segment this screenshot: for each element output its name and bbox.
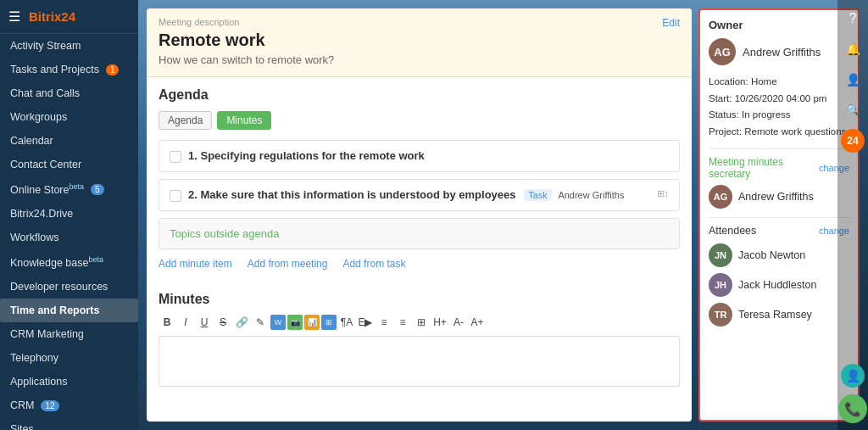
- notification-icon[interactable]: 🔔: [841, 37, 865, 61]
- sidebar-item-knowledge-base[interactable]: Knowledge basebeta: [0, 249, 138, 275]
- strikethrough-button[interactable]: S: [214, 314, 231, 331]
- attendee-3: TR Teresa Ramsey: [709, 303, 849, 327]
- question-icon[interactable]: ?: [841, 7, 865, 31]
- sidebar-item-telephony[interactable]: Telephony: [0, 346, 138, 370]
- sidebar-item-label-7: Bitrix24.Drive: [10, 208, 73, 220]
- color-button[interactable]: ✎: [252, 314, 269, 331]
- sidebar-item-label-5: Contact Center: [10, 159, 81, 170]
- profile-icon[interactable]: 👤: [841, 364, 865, 388]
- owner-name: Andrew Griffiths: [743, 46, 821, 59]
- attendee-2-avatar: JH: [709, 273, 732, 297]
- attendee-3-avatar: TR: [709, 303, 732, 327]
- location-value: Home: [751, 76, 777, 87]
- agenda-item-1-number: 1.: [188, 149, 200, 162]
- sidebar-item-activity-stream[interactable]: Activity Stream: [0, 34, 138, 58]
- checkbox-1[interactable]: [170, 151, 181, 163]
- owner-row: AG Andrew Griffiths: [709, 38, 849, 65]
- start-label: Start:: [709, 93, 732, 103]
- tab-minutes[interactable]: Minutes: [217, 111, 271, 130]
- sidebar-item-calendar[interactable]: Calendar: [0, 129, 138, 153]
- meta-info: Location: Home Start: 10/26/2020 04:00 p…: [709, 74, 849, 140]
- link-button[interactable]: 🔗: [233, 314, 250, 331]
- sidebar-item-crm[interactable]: CRM12: [0, 394, 138, 417]
- sidebar-item-label-0: Activity Stream: [10, 40, 81, 52]
- badge-icon[interactable]: 24: [841, 129, 865, 153]
- attendees-row: Attendees change: [709, 225, 849, 237]
- format-button[interactable]: E▶: [357, 314, 374, 331]
- sidebar-item-crm-marketing[interactable]: CRM Marketing: [0, 322, 138, 346]
- topics-outside: Topics outside agenda: [159, 218, 680, 249]
- font-increase-button[interactable]: A+: [469, 314, 486, 331]
- badge-1: 1: [106, 64, 120, 75]
- edit-button[interactable]: Edit: [662, 17, 680, 29]
- underline-button[interactable]: U: [196, 314, 213, 331]
- tab-agenda[interactable]: Agenda: [159, 111, 212, 130]
- sidebar-item-chat-and-calls[interactable]: Chat and Calls: [0, 81, 138, 105]
- start-value: 10/26/2020 04:00 pm: [735, 93, 827, 103]
- add-minute-item-link[interactable]: Add minute item: [159, 258, 232, 270]
- bold-button[interactable]: B: [159, 314, 175, 331]
- indent-button[interactable]: ⊞: [413, 314, 430, 331]
- attendee-1-avatar: JN: [709, 243, 732, 267]
- location-row: Location: Home: [709, 74, 849, 91]
- main-area: Meeting description Edit Remote work How…: [138, 0, 868, 430]
- badge-6: 5: [91, 184, 104, 195]
- add-from-meeting-link[interactable]: Add from meeting: [248, 258, 328, 270]
- agenda-item-2: 2. Make sure that this information is un…: [159, 179, 680, 211]
- search-icon[interactable]: 🔍: [841, 98, 865, 122]
- list-ul-button[interactable]: ≡: [394, 314, 411, 331]
- owner-label: Owner: [709, 19, 849, 31]
- checkbox-2[interactable]: [170, 190, 181, 202]
- sidebar-header: ☰ Bitrix24: [0, 0, 138, 34]
- sidebar-item-time-and-reports[interactable]: Time and Reports: [0, 299, 138, 322]
- sidebar-item-workflows[interactable]: Workflows: [0, 226, 138, 249]
- sidebar-item-tasks-and-projects[interactable]: Tasks and Projects1: [0, 58, 138, 81]
- agenda-item-1: 1. Specifying regulations for the remote…: [159, 140, 680, 172]
- chart-button[interactable]: 📊: [304, 315, 320, 330]
- user-circle-icon[interactable]: 👤: [841, 68, 865, 92]
- sidebar-item-developer-resources[interactable]: Developer resources: [0, 275, 138, 299]
- agenda-item-2-number: 2.: [188, 188, 200, 201]
- agenda-item-2-label: Make sure that this information is under…: [200, 188, 515, 201]
- sidebar-item-contact-center[interactable]: Contact Center: [0, 153, 138, 176]
- task-tag: Task: [524, 189, 552, 201]
- image-button[interactable]: 📷: [287, 315, 303, 330]
- header-button[interactable]: H+: [431, 314, 448, 331]
- sidebar-item-label-10: Developer resources: [10, 281, 108, 293]
- add-from-task-link[interactable]: Add from task: [342, 258, 405, 270]
- owner-avatar: AG: [709, 38, 736, 65]
- sidebar-item-label-4: Calendar: [10, 135, 53, 147]
- phone-icon[interactable]: 📞: [838, 394, 867, 423]
- agenda-item-2-text: 2. Make sure that this information is un…: [188, 188, 650, 201]
- sidebar-item-label-14: Applications: [10, 376, 67, 388]
- agenda-item-1-label: Specifying regulations for the remote wo…: [200, 149, 424, 162]
- sidebar-item-label-6: Online Storebeta: [10, 182, 84, 196]
- sidebar-item-bitrix24-drive[interactable]: Bitrix24.Drive: [0, 202, 138, 226]
- meeting-description-header: Meeting description Edit Remote work How…: [147, 8, 692, 77]
- font-decrease-button[interactable]: A-: [450, 314, 467, 331]
- sidebar-item-online-store[interactable]: Online Storebeta5: [0, 176, 138, 202]
- sidebar-item-sites[interactable]: Sites: [0, 417, 138, 430]
- world-icon[interactable]: W: [270, 315, 286, 330]
- agenda-tabs: Agenda Minutes: [159, 111, 680, 130]
- topics-outside-text[interactable]: Topics outside agenda: [170, 227, 279, 240]
- status-row: Status: In progress: [709, 107, 849, 124]
- meeting-title: Remote work: [159, 31, 680, 50]
- start-row: Start: 10/26/2020 04:00 pm: [709, 91, 849, 108]
- sidebar-items: Activity StreamTasks and Projects1Chat a…: [0, 34, 138, 430]
- project-label: Project:: [709, 126, 742, 137]
- para-button[interactable]: ¶A: [338, 314, 355, 331]
- attendee-1-name: Jacob Newton: [738, 249, 805, 261]
- meeting-desc-label: Meeting description: [159, 17, 680, 27]
- table-button[interactable]: ⊞: [321, 315, 337, 330]
- italic-button[interactable]: I: [177, 314, 194, 331]
- agenda-item-2-actions[interactable]: ⊞↕: [657, 188, 670, 199]
- sidebar-item-label-16: Sites: [10, 423, 34, 430]
- side-icons-panel: ? 🔔 👤 🔍 24 👤 📞: [837, 0, 868, 430]
- sidebar-item-applications[interactable]: Applications: [0, 370, 138, 394]
- hamburger-icon[interactable]: ☰: [8, 8, 20, 25]
- list-ol-button[interactable]: ≡: [376, 314, 392, 331]
- agenda-section: Agenda Agenda Minutes 1. Specifying regu…: [147, 77, 692, 292]
- sidebar-item-workgroups[interactable]: Workgroups: [0, 105, 138, 129]
- minutes-editor[interactable]: [159, 336, 680, 387]
